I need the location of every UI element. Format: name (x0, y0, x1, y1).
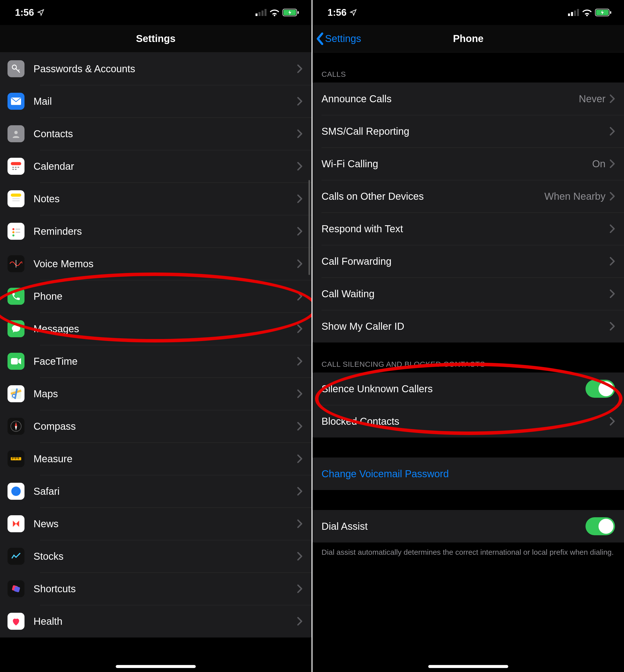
home-indicator[interactable] (116, 665, 196, 668)
maps-icon (7, 385, 25, 402)
reminders-icon (7, 223, 25, 240)
chevron-right-icon (297, 129, 303, 138)
row-label: Announce Calls (321, 93, 579, 104)
chevron-right-icon (297, 194, 303, 203)
messages-icon (7, 320, 25, 337)
location-arrow-icon (37, 9, 45, 16)
change-voicemail-password-row[interactable]: Change Voicemail Password (312, 458, 624, 490)
row-label: Change Voicemail Password (321, 468, 615, 480)
row-silence[interactable]: Silence Unknown Callers (312, 372, 624, 405)
chevron-left-icon (315, 32, 324, 45)
row-label: Stocks (33, 551, 297, 562)
row-announce[interactable]: Announce CallsNever (312, 82, 624, 115)
compass-icon (7, 418, 25, 435)
status-time: 1:56 (15, 7, 34, 18)
phone-settings-list[interactable]: CALLS Announce CallsNeverSMS/Call Report… (312, 52, 624, 660)
row-respond[interactable]: Respond with Text (312, 212, 624, 245)
settings-row-shortcuts[interactable]: Shortcuts (0, 572, 312, 605)
shortcuts-icon (7, 580, 25, 597)
settings-row-stocks[interactable]: Stocks (0, 540, 312, 572)
dial-assist-row[interactable]: Dial Assist (312, 510, 624, 543)
key-icon (7, 60, 25, 77)
svg-point-22 (12, 228, 14, 230)
facetime-icon (7, 353, 25, 370)
chevron-right-icon (609, 159, 615, 168)
news-icon (7, 515, 25, 532)
chevron-right-icon (297, 552, 303, 561)
settings-row-facetime[interactable]: FaceTime (0, 345, 312, 378)
settings-row-safari[interactable]: Safari (0, 475, 312, 508)
settings-row-messages[interactable]: Messages (0, 312, 312, 345)
settings-row-reminders[interactable]: Reminders (0, 215, 312, 248)
home-indicator[interactable] (428, 665, 508, 668)
svg-rect-28 (11, 358, 18, 364)
svg-rect-13 (15, 167, 17, 168)
svg-point-30 (12, 394, 15, 397)
svg-point-39 (11, 487, 21, 496)
svg-rect-15 (12, 169, 14, 170)
svg-rect-41 (11, 551, 21, 562)
contacts-icon (7, 125, 25, 142)
location-arrow-icon (349, 9, 357, 16)
chevron-right-icon (297, 454, 303, 463)
chevron-right-icon (609, 94, 615, 103)
status-time: 1:56 (328, 7, 346, 18)
row-smsreport[interactable]: SMS/Call Reporting (312, 115, 624, 148)
svg-rect-3 (264, 9, 266, 16)
back-label: Settings (325, 33, 361, 44)
silence-toggle[interactable] (586, 380, 615, 398)
settings-row-maps[interactable]: Maps (0, 378, 312, 410)
chevron-right-icon (297, 584, 303, 593)
row-label: Reminders (33, 226, 297, 237)
row-forward[interactable]: Call Forwarding (312, 245, 624, 278)
settings-row-news[interactable]: News (0, 508, 312, 540)
chevron-right-icon (297, 422, 303, 431)
settings-row-phone[interactable]: Phone (0, 280, 312, 312)
settings-row-mail[interactable]: Mail (0, 85, 312, 118)
row-label: Show My Caller ID (321, 321, 609, 332)
settings-row-notes[interactable]: Notes (0, 182, 312, 215)
row-label: Messages (33, 323, 297, 335)
row-label: Dial Assist (321, 521, 586, 532)
svg-rect-0 (256, 14, 258, 16)
row-label: Respond with Text (321, 223, 609, 234)
phone-settings-screen: 1:56 Settings Phone CALLS Announce Calls… (312, 0, 624, 672)
row-label: Silence Unknown Callers (321, 383, 586, 394)
settings-row-measure[interactable]: Measure (0, 442, 312, 475)
chevron-right-icon (609, 127, 615, 136)
chevron-right-icon (297, 292, 303, 301)
settings-row-voicememos[interactable]: Voice Memos (0, 248, 312, 280)
cellular-signal-icon (568, 9, 579, 16)
settings-row-contacts[interactable]: Contacts (0, 118, 312, 150)
wifi-icon (269, 9, 280, 16)
scroll-indicator[interactable] (309, 180, 310, 275)
dial-assist-toggle[interactable] (586, 517, 615, 535)
row-label: Shortcuts (33, 583, 297, 594)
settings-row-compass[interactable]: Compass (0, 410, 312, 442)
row-label: Calls on Other Devices (321, 191, 544, 202)
row-blocked[interactable]: Blocked Contacts (312, 405, 624, 438)
row-otherdev[interactable]: Calls on Other DevicesWhen Nearby (312, 180, 624, 212)
row-label: Compass (33, 421, 297, 432)
row-callerid[interactable]: Show My Caller ID (312, 310, 624, 342)
settings-row-calendar[interactable]: Calendar (0, 150, 312, 182)
settings-row-passwords[interactable]: Passwords & Accounts (0, 52, 312, 85)
chevron-right-icon (297, 64, 303, 73)
row-wifi[interactable]: Wi-Fi CallingOn (312, 148, 624, 180)
back-button[interactable]: Settings (315, 32, 361, 45)
row-label: Contacts (33, 128, 297, 139)
row-value: When Nearby (544, 191, 605, 202)
svg-rect-2 (261, 10, 263, 16)
settings-list[interactable]: Passwords & AccountsMailContactsCalendar… (0, 52, 312, 660)
row-label: Call Forwarding (321, 256, 609, 267)
chevron-right-icon (297, 487, 303, 496)
chevron-right-icon (297, 324, 303, 333)
svg-point-9 (14, 131, 18, 134)
status-bar: 1:56 (312, 0, 624, 25)
cellular-signal-icon (256, 9, 266, 16)
row-waiting[interactable]: Call Waiting (312, 278, 624, 310)
chevron-right-icon (297, 97, 303, 106)
phone-icon (7, 288, 25, 305)
settings-row-health[interactable]: Health (0, 605, 312, 638)
row-value: On (592, 158, 605, 170)
